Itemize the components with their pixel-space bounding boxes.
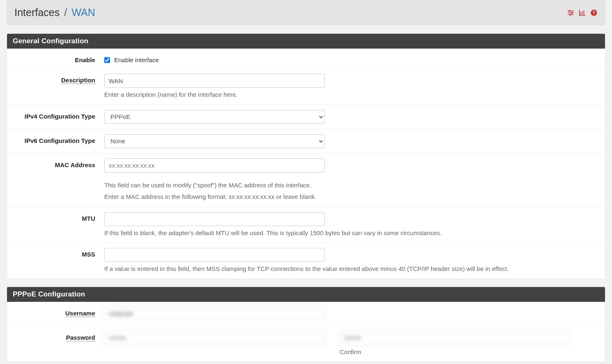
description-input[interactable] [104, 74, 325, 88]
ipv6-label: IPv6 Configuration Type [13, 134, 104, 144]
mss-help: If a value is entered in this field, the… [104, 264, 599, 274]
enable-checkbox-label: Enable interface [114, 56, 159, 63]
pppoe-configuration-panel: PPPoE Configuration Username Password Co… [7, 287, 605, 362]
mac-help-2: Enter a MAC address in the following for… [104, 192, 599, 202]
breadcrumb-separator: / [64, 7, 67, 18]
header-action-icons: ? [567, 9, 598, 16]
mtu-label: MTU [13, 212, 104, 222]
breadcrumb-active: WAN [72, 7, 95, 18]
ipv4-config-select[interactable]: PPPoE [104, 110, 325, 124]
general-configuration-panel: General Configuration Enable Enable inte… [7, 33, 605, 279]
pppoe-password-confirm-input[interactable] [340, 331, 570, 345]
svg-point-4 [572, 12, 573, 13]
breadcrumb: Interfaces / WAN [14, 7, 95, 19]
panel-heading-pppoe: PPPoE Configuration [7, 287, 605, 302]
mtu-input[interactable] [104, 212, 325, 226]
panel-heading-general: General Configuration [7, 34, 605, 49]
svg-point-5 [570, 14, 571, 15]
mtu-help: If this field is blank, the adapter's de… [104, 229, 599, 238]
page-header: Interfaces / WAN ? [7, 0, 605, 25]
description-label: Description [61, 77, 95, 84]
breadcrumb-root: Interfaces [14, 7, 60, 18]
mss-input[interactable] [104, 248, 325, 262]
enable-label: Enable [13, 54, 104, 63]
svg-point-3 [569, 10, 570, 12]
username-label: Username [65, 310, 95, 317]
mac-address-input[interactable] [104, 159, 325, 173]
svg-text:?: ? [593, 10, 595, 15]
description-help: Enter a description (name) for the inter… [104, 90, 599, 100]
enable-checkbox-wrapper[interactable]: Enable interface [104, 54, 599, 63]
chart-icon[interactable] [579, 9, 586, 16]
password-confirm-label: Confirm [340, 348, 570, 357]
ipv6-config-select[interactable]: None [104, 134, 325, 148]
mss-label: MSS [13, 248, 104, 258]
pppoe-password-input[interactable] [104, 331, 325, 345]
password-label: Password [66, 334, 95, 341]
pppoe-username-input[interactable] [104, 307, 325, 321]
mac-help-1: This field can be used to modify ("spoof… [104, 181, 599, 190]
help-icon[interactable]: ? [590, 9, 598, 16]
enable-checkbox[interactable] [104, 57, 110, 63]
mac-label: MAC Address [13, 159, 104, 168]
sliders-icon[interactable] [567, 9, 574, 16]
ipv4-label: IPv4 Configuration Type [13, 110, 104, 120]
